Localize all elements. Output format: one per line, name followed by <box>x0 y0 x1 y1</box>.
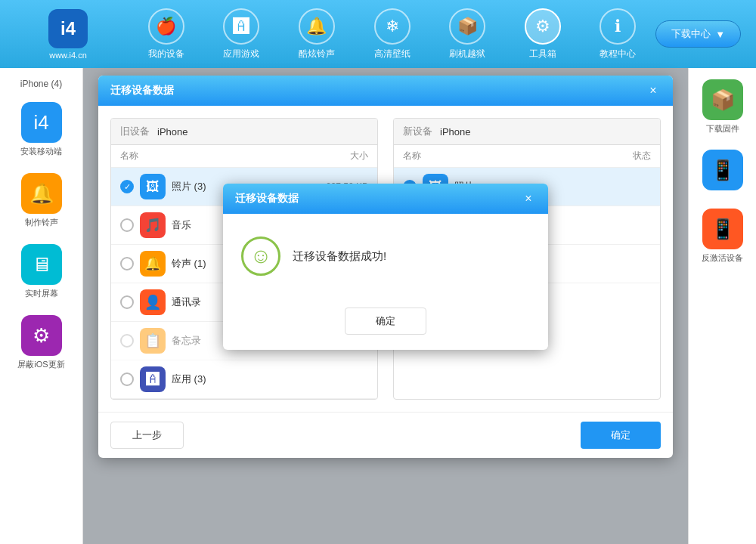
right-panel: 📦 下载固件 📱 📱 反激活设备 <box>688 68 756 544</box>
right-icon-blue: 📱 <box>702 150 743 190</box>
nav-icon-gear: ⚙ <box>525 8 561 45</box>
nav-icon-app: 🅰 <box>223 8 259 45</box>
success-dialog-body: ☺ 迁移设备数据成功! <box>223 214 548 298</box>
nav-icon-box: 📦 <box>449 8 485 45</box>
right-icon-firmware: 📦 <box>702 79 743 120</box>
logo-icon: i4 <box>48 9 88 48</box>
nav-item-my-device[interactable]: 🍎 我的设备 <box>136 8 197 60</box>
right-item-blue[interactable]: 📱 <box>699 146 747 197</box>
right-label-anti-activate: 反激活设备 <box>702 252 743 264</box>
sidebar-item-install-app[interactable]: i4 安装移动端 <box>0 96 82 163</box>
nav-item-toolbox[interactable]: ⚙ 工具箱 <box>513 8 573 60</box>
sidebar-device-label: iPhone (4) <box>0 76 82 92</box>
download-arrow-icon: ▼ <box>715 29 725 40</box>
sidebar-item-ringtone[interactable]: 🔔 制作铃声 <box>0 167 82 234</box>
right-label-firmware: 下载固件 <box>706 123 739 134</box>
success-dialog-footer: 确定 <box>223 298 548 350</box>
success-overlay: 迁移设备数据 × ☺ 迁移设备数据成功! 确定 <box>98 76 673 458</box>
sidebar-icon-screen: 🖥 <box>21 244 62 285</box>
success-message: 迁移设备数据成功! <box>293 249 386 264</box>
sidebar: iPhone (4) i4 安装移动端 🔔 制作铃声 🖥 实时屏幕 ⚙ 屏蔽iO… <box>0 68 83 544</box>
main-area: iPhone (4) i4 安装移动端 🔔 制作铃声 🖥 实时屏幕 ⚙ 屏蔽iO… <box>0 68 756 544</box>
nav-icon-snow: ❄ <box>374 8 411 45</box>
ok-button[interactable]: 确定 <box>345 308 426 335</box>
logo-area: i4 www.i4.cn <box>8 9 129 60</box>
migrate-dialog: 迁移设备数据 × 旧设备 iPhone 名称 大小 <box>98 76 673 458</box>
nav-label-tutorial: 教程中心 <box>600 48 636 60</box>
logo-url: www.i4.cn <box>49 51 87 60</box>
right-item-firmware[interactable]: 📦 下载固件 <box>699 76 747 138</box>
nav-icon-apple: 🍎 <box>148 8 184 45</box>
sidebar-item-block-update[interactable]: ⚙ 屏蔽iOS更新 <box>0 309 82 376</box>
nav-item-tutorial[interactable]: ℹ 教程中心 <box>587 8 648 60</box>
nav-item-ringtone[interactable]: 🔔 酷炫铃声 <box>287 8 347 60</box>
content-area: 迁移设备数据 × 旧设备 iPhone 名称 大小 <box>83 68 688 544</box>
smiley-icon: ☺ <box>241 236 280 276</box>
success-dialog-close-button[interactable]: × <box>521 191 536 206</box>
sidebar-label-block: 屏蔽iOS更新 <box>17 359 64 370</box>
sidebar-label-ringtone: 制作铃声 <box>25 217 58 228</box>
nav-label-wallpaper: 高清壁纸 <box>374 48 411 60</box>
app-header: i4 www.i4.cn 🍎 我的设备 🅰 应用游戏 🔔 酷炫铃声 ❄ 高清壁纸… <box>0 0 756 68</box>
nav-icon-bell: 🔔 <box>299 8 335 45</box>
success-dialog: 迁移设备数据 × ☺ 迁移设备数据成功! 确定 <box>223 184 548 350</box>
nav-label-toolbox: 工具箱 <box>529 48 556 60</box>
download-center-button[interactable]: 下载中心 ▼ <box>655 20 741 48</box>
migrate-modal-overlay: 迁移设备数据 × 旧设备 iPhone 名称 大小 <box>83 68 688 544</box>
nav-label-app-games: 应用游戏 <box>223 48 259 60</box>
nav-label-ringtone: 酷炫铃声 <box>299 48 335 60</box>
sidebar-item-screen[interactable]: 🖥 实时屏幕 <box>0 238 82 305</box>
right-item-anti-activate[interactable]: 📱 反激活设备 <box>698 205 747 267</box>
sidebar-label-install: 安装移动端 <box>20 146 62 157</box>
success-dialog-header: 迁移设备数据 × <box>223 184 548 214</box>
nav-item-app-games[interactable]: 🅰 应用游戏 <box>211 8 271 60</box>
nav-icon-info: ℹ <box>600 8 636 45</box>
nav-label-my-device: 我的设备 <box>148 48 184 60</box>
sidebar-icon-install: i4 <box>21 102 62 143</box>
sidebar-icon-bell: 🔔 <box>21 173 62 214</box>
right-icon-anti-activate: 📱 <box>702 209 743 249</box>
nav-label-jailbreak: 刷机越狱 <box>449 48 485 60</box>
nav-item-jailbreak[interactable]: 📦 刷机越狱 <box>437 8 497 60</box>
success-dialog-title: 迁移设备数据 <box>235 192 299 206</box>
sidebar-label-screen: 实时屏幕 <box>25 288 58 299</box>
nav-bar: 🍎 我的设备 🅰 应用游戏 🔔 酷炫铃声 ❄ 高清壁纸 📦 刷机越狱 ⚙ 工具箱… <box>129 8 655 60</box>
nav-item-wallpaper[interactable]: ❄ 高清壁纸 <box>362 8 423 60</box>
sidebar-icon-block: ⚙ <box>21 315 62 356</box>
